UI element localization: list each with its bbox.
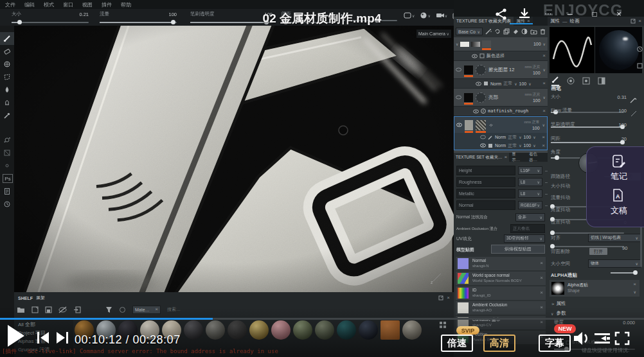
playback-speed-button[interactable]: 倍速 <box>441 335 473 352</box>
delete-layer-icon[interactable] <box>540 28 546 35</box>
visibility-eye-icon[interactable] <box>476 82 481 86</box>
remove-mesh-map-icon[interactable]: × <box>540 305 543 310</box>
transcript-button[interactable]: A 文稿 <box>587 182 644 216</box>
layer-opacity[interactable]: 100 <box>525 70 541 76</box>
remove-alpha-icon[interactable]: × <box>633 282 636 287</box>
shelf-material-thumb[interactable] <box>293 320 312 340</box>
channel-format-select[interactable]: L8∨ <box>518 178 542 186</box>
visibility-eye-icon[interactable] <box>472 54 478 58</box>
effect-opacity[interactable]: 100 <box>519 82 527 86</box>
maximize-button[interactable]: □ <box>582 10 607 19</box>
visibility-eye-icon[interactable] <box>473 109 479 114</box>
eraser-tool-icon[interactable] <box>0 45 14 58</box>
layer-blend-mode[interactable]: nrm 正片 <box>525 64 541 70</box>
mesh-map-card[interactable]: Normal shangti-N × <box>456 257 546 270</box>
remove-effect-icon[interactable]: × <box>542 135 545 140</box>
expand-alpha-icon[interactable]: ∨ <box>634 290 636 294</box>
normal-mix-select[interactable]: 合并∨ <box>515 213 545 222</box>
brush-opacity-slider[interactable] <box>551 142 624 143</box>
clock-dock-icon[interactable] <box>637 46 643 52</box>
symmetry-icon[interactable] <box>0 159 14 172</box>
layer-thumbnail[interactable] <box>465 120 473 130</box>
layer-thumbnail[interactable] <box>471 42 480 47</box>
effect-opacity[interactable]: 100 <box>524 143 532 148</box>
camera-select[interactable]: Main Camera∨ <box>416 30 451 38</box>
visibility-eye-icon[interactable] <box>456 95 461 100</box>
filter-tag[interactable]: Mate…× <box>132 306 161 314</box>
remove-mesh-map-icon[interactable]: × <box>540 261 543 266</box>
shelf-material-thumb[interactable] <box>249 320 269 340</box>
play-button[interactable] <box>8 325 24 347</box>
grid-view-icon[interactable] <box>440 322 446 328</box>
shelf-material-thumb[interactable] <box>206 320 225 340</box>
layer-opacity[interactable]: 100 <box>533 42 541 46</box>
pen-pressure-icon[interactable] <box>629 96 637 104</box>
share-icon[interactable] <box>495 8 508 21</box>
pen-pressure-icon[interactable] <box>631 110 637 117</box>
params-section-row[interactable]: ∨参数 <box>551 310 566 317</box>
layer-row[interactable]: 擦光图层 12 nrm 正片 100 ∨ <box>454 61 548 79</box>
menu-item-view[interactable]: 视图 <box>82 1 93 8</box>
channel-format-select[interactable]: L8∨ <box>518 189 542 198</box>
layer-opacity[interactable]: 100 <box>524 125 540 131</box>
menu-item-mode[interactable]: 模式 <box>44 1 54 8</box>
backface-toggle[interactable]: 打开 <box>589 248 607 255</box>
video-progress-bar[interactable] <box>0 318 644 320</box>
notes-button[interactable]: 笔记 <box>587 147 644 182</box>
effect-opacity[interactable]: 100 <box>524 135 532 139</box>
eyedropper-tool-icon[interactable] <box>0 109 14 122</box>
remove-effect-icon[interactable]: × <box>542 143 545 148</box>
shelf-import-icon[interactable] <box>73 306 81 313</box>
alpha-item-card[interactable]: Alpha透贴 Shape × ∨ <box>550 280 640 297</box>
remove-mesh-map-icon[interactable]: × <box>540 320 543 325</box>
position-jitter-slider[interactable] <box>551 246 624 247</box>
layer-thumbnail[interactable] <box>464 93 473 102</box>
tab-display[interactable]: 显示… <box>509 153 526 162</box>
volume-icon[interactable] <box>572 330 590 347</box>
visibility-eye-icon[interactable] <box>480 143 486 148</box>
filter-funnel-icon[interactable] <box>105 306 112 313</box>
add-folder-icon[interactable] <box>530 28 537 35</box>
shelf-material-thumb[interactable] <box>402 320 422 340</box>
shelf-material-thumb[interactable] <box>228 320 247 340</box>
geometry-mask-icon[interactable] <box>0 146 14 159</box>
effect-row-matfinish[interactable]: matfinish_rough × <box>454 107 548 116</box>
quality-hd-button[interactable]: 高清 <box>483 335 515 352</box>
effect-row-color-select[interactable]: 颜色选择 × <box>454 51 548 61</box>
mesh-map-card[interactable]: Ambient Occlusion shangti-AO × <box>456 301 546 315</box>
particles-tool-icon[interactable] <box>0 134 14 146</box>
photoshop-link-icon[interactable]: Ps <box>3 174 13 183</box>
menu-item-help[interactable]: 帮助 <box>121 1 131 8</box>
shelf-folder-icon[interactable] <box>17 306 25 313</box>
shelf-material-thumb[interactable] <box>359 320 378 340</box>
duplicate-layer-icon[interactable] <box>503 28 510 35</box>
effect-row-fill[interactable]: Norm 正常∨ 100∨ × <box>454 141 547 150</box>
menu-item-window[interactable]: 窗口 <box>63 1 73 8</box>
flow-slider[interactable] <box>100 22 177 23</box>
layer-mask-thumbnail[interactable] <box>476 65 486 75</box>
visibility-eye-icon[interactable] <box>456 123 462 127</box>
next-button[interactable] <box>55 331 69 345</box>
refresh-circle-icon[interactable] <box>119 306 126 313</box>
more-options-icon[interactable]: ⋯ <box>539 10 558 18</box>
mesh-map-card[interactable]: ID shangti_ID × <box>456 286 546 300</box>
subtitle-button[interactable]: 字幕 <box>539 335 571 352</box>
menu-item-plugins[interactable]: 插件 <box>102 1 112 8</box>
layer-filter-select[interactable]: Base Co∨ <box>456 28 483 35</box>
layer-row-selected[interactable]: nrm 正常 100 ∨ Norm 正常∨ 100∨ × Norm 正常∨ 10… <box>454 116 548 150</box>
smart-material-icon[interactable] <box>521 28 528 35</box>
effect-row-norm[interactable]: Norm 正常∨ 100∨ × <box>454 79 548 89</box>
fullscreen-icon[interactable] <box>614 331 630 345</box>
square-dock-icon[interactable] <box>637 63 643 69</box>
visibility-eye-icon[interactable] <box>456 67 461 72</box>
channel-format-select[interactable]: L16F∨ <box>518 166 542 175</box>
remove-effect-icon[interactable]: × <box>542 109 546 114</box>
layer-blend-mode[interactable]: nrm 正片 <box>525 92 541 98</box>
popout-panel-icon[interactable] <box>631 19 636 24</box>
effect-mode[interactable]: 正常 <box>508 134 517 141</box>
close-button[interactable]: × <box>607 9 631 19</box>
remove-effect-icon[interactable]: × <box>542 53 546 58</box>
effect-mode[interactable]: 正常 <box>508 143 517 149</box>
export-document-icon[interactable] <box>0 185 14 198</box>
instantiate-layer-icon[interactable] <box>494 28 501 35</box>
